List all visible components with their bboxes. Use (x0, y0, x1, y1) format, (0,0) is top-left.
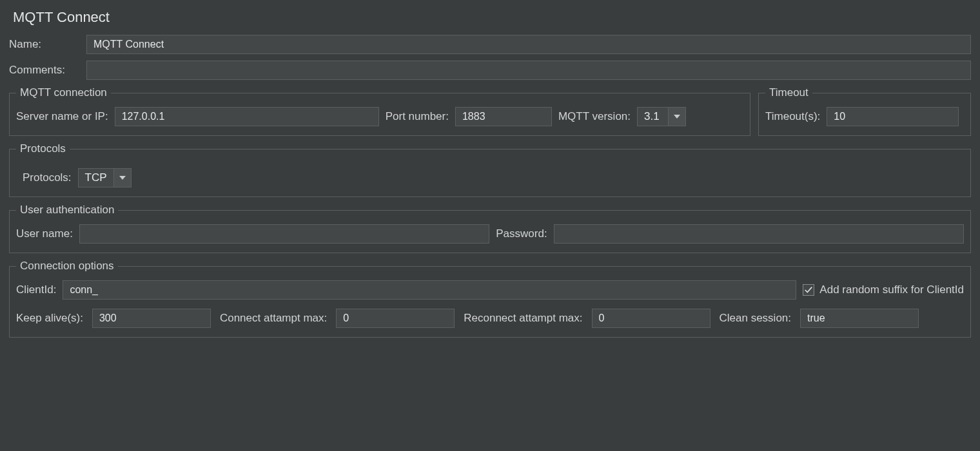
port-label: Port number: (386, 110, 449, 123)
user-name-input[interactable] (79, 224, 489, 244)
connect-attempt-max-input[interactable] (336, 309, 455, 328)
connection-options-group: Connection options ClientId: Add random … (9, 260, 971, 338)
reconnect-attempt-max-label: Reconnect attampt max: (464, 312, 582, 325)
user-auth-legend: User authentication (16, 204, 118, 216)
name-input[interactable] (86, 35, 971, 54)
random-suffix-checkbox-wrap[interactable]: Add random suffix for ClientId (803, 283, 964, 296)
timeout-label: Timeout(s): (765, 110, 820, 123)
user-name-label: User name: (16, 227, 73, 240)
clientid-input[interactable] (63, 280, 796, 300)
mqtt-connection-legend: MQTT connection (16, 86, 111, 99)
random-suffix-checkbox[interactable] (803, 284, 814, 296)
check-icon (804, 285, 813, 294)
page-title: MQTT Connect (13, 9, 971, 26)
server-label: Server name or IP: (16, 110, 108, 123)
server-input[interactable] (115, 107, 379, 126)
clientid-label: ClientId: (16, 283, 56, 296)
clean-session-input[interactable] (800, 309, 919, 328)
user-auth-group: User authentication User name: Password: (9, 204, 971, 253)
mqtt-connection-group: MQTT connection Server name or IP: Port … (9, 86, 750, 136)
comments-input[interactable] (86, 61, 971, 80)
keep-alive-input[interactable] (92, 309, 211, 328)
connection-timeout-row: MQTT connection Server name or IP: Port … (9, 86, 971, 136)
mqtt-version-select[interactable]: 3.1 (637, 107, 686, 126)
password-input[interactable] (554, 224, 964, 244)
connection-options-legend: Connection options (16, 260, 118, 273)
comments-row: Comments: (9, 61, 971, 80)
random-suffix-label: Add random suffix for ClientId (819, 283, 964, 296)
name-row: Name: (9, 35, 971, 54)
keep-alive-label: Keep alive(s): (16, 312, 83, 325)
timeout-legend: Timeout (765, 86, 812, 99)
protocols-group: Protocols Protocols: TCP (9, 142, 971, 197)
password-label: Password: (496, 227, 547, 240)
name-label: Name: (9, 38, 81, 51)
protocols-value: TCP (79, 169, 114, 187)
chevron-down-icon (669, 108, 685, 126)
protocols-label: Protocols: (23, 171, 72, 184)
timeout-input[interactable] (827, 107, 959, 126)
port-input[interactable] (455, 107, 552, 126)
mqtt-version-label: MQTT version: (558, 110, 631, 123)
chevron-down-icon (114, 169, 131, 187)
connect-attempt-max-label: Connect attampt max: (220, 312, 327, 325)
mqtt-version-value: 3.1 (638, 108, 669, 126)
reconnect-attempt-max-input[interactable] (592, 309, 710, 328)
clean-session-label: Clean session: (720, 312, 792, 325)
comments-label: Comments: (9, 64, 81, 77)
protocols-select[interactable]: TCP (78, 168, 132, 187)
protocols-legend: Protocols (16, 142, 70, 155)
timeout-group: Timeout Timeout(s): (758, 86, 971, 136)
